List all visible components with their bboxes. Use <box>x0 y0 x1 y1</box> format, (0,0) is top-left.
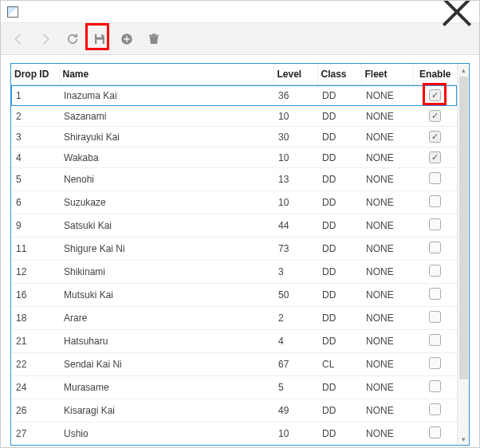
cell-enable <box>413 191 457 214</box>
enable-checkbox[interactable] <box>429 131 441 143</box>
cell-enable <box>413 147 457 168</box>
enable-checkbox[interactable] <box>429 195 441 207</box>
cell-class: DD <box>317 238 361 261</box>
cell-name: Arare <box>59 307 273 330</box>
scroll-down-button[interactable]: ▾ <box>458 433 470 445</box>
cell-enable <box>413 422 457 446</box>
cell-enable <box>413 261 457 284</box>
delete-button[interactable] <box>144 29 163 49</box>
table-row[interactable]: 21Hatsuharu4DDNONE <box>11 330 457 353</box>
table-row[interactable]: 22Sendai Kai Ni67CLNONE <box>11 353 457 376</box>
cell-fleet: NONE <box>361 261 413 284</box>
forward-button[interactable] <box>36 29 55 49</box>
svg-rect-0 <box>96 34 101 37</box>
cell-level: 67 <box>273 353 317 376</box>
cell-drop-id: 2 <box>11 106 59 127</box>
enable-checkbox[interactable] <box>429 380 441 392</box>
table-row[interactable]: 18Arare2DDNONE <box>11 307 457 330</box>
cell-level: 30 <box>273 127 317 147</box>
cell-name: Kisaragi Kai <box>59 399 273 422</box>
cell-level: 44 <box>273 214 317 238</box>
cell-name: Shirayuki Kai <box>59 127 273 147</box>
save-button[interactable] <box>90 29 109 49</box>
enable-checkbox[interactable] <box>429 151 441 163</box>
cell-fleet: NONE <box>361 353 413 376</box>
scroll-thumb[interactable] <box>459 77 468 379</box>
cell-fleet: NONE <box>361 168 413 191</box>
table-row[interactable]: 6Suzukaze10DDNONE <box>11 191 457 214</box>
cell-enable <box>413 127 457 147</box>
table-row[interactable]: 4Wakaba10DDNONE <box>11 147 457 168</box>
cell-name: Hatsuharu <box>59 330 273 353</box>
cell-fleet: NONE <box>361 106 413 127</box>
cell-level: 2 <box>273 307 317 330</box>
cell-fleet: NONE <box>361 376 413 399</box>
cell-drop-id: 22 <box>11 353 59 376</box>
cell-level: 3 <box>273 261 317 284</box>
cell-class: DD <box>317 191 361 214</box>
enable-checkbox[interactable] <box>429 89 441 101</box>
table-row[interactable]: 9Satsuki Kai44DDNONE <box>11 214 457 238</box>
table-row[interactable]: 27Ushio10DDNONE <box>11 422 457 446</box>
table-row[interactable]: 5Nenohi13DDNONE <box>11 168 457 191</box>
cell-enable <box>413 399 457 422</box>
cell-class: DD <box>317 214 361 238</box>
cell-class: DD <box>317 422 361 446</box>
close-button[interactable] <box>441 2 473 22</box>
cell-drop-id: 5 <box>11 168 59 191</box>
cell-name: Sendai Kai Ni <box>59 353 273 376</box>
cell-fleet: NONE <box>361 147 413 168</box>
cell-class: DD <box>317 284 361 307</box>
cell-name: Murasame <box>59 376 273 399</box>
enable-checkbox[interactable] <box>429 311 441 323</box>
cell-name: Nenohi <box>59 168 273 191</box>
cell-class: DD <box>317 261 361 284</box>
titlebar <box>1 1 479 23</box>
enable-checkbox[interactable] <box>429 110 441 122</box>
vertical-scrollbar[interactable]: ▴ ▾ <box>457 64 469 445</box>
cell-name: Suzukaze <box>59 191 273 214</box>
enable-checkbox[interactable] <box>429 218 441 230</box>
enable-checkbox[interactable] <box>429 403 441 415</box>
cell-fleet: NONE <box>361 238 413 261</box>
cell-name: Shigure Kai Ni <box>59 238 273 261</box>
enable-checkbox[interactable] <box>429 242 441 253</box>
cell-enable <box>413 330 457 353</box>
cell-name: Shikinami <box>59 261 273 284</box>
table-row[interactable]: 3Shirayuki Kai30DDNONE <box>11 127 457 147</box>
col-level[interactable]: Level <box>273 64 317 85</box>
col-class[interactable]: Class <box>317 64 361 85</box>
col-enable[interactable]: Enable <box>413 64 457 85</box>
col-fleet[interactable]: Fleet <box>361 64 413 85</box>
cell-level: 10 <box>273 422 317 446</box>
table-row[interactable]: 1Inazuma Kai36DDNONE <box>11 85 457 106</box>
scroll-up-button[interactable]: ▴ <box>458 64 470 76</box>
cell-drop-id: 3 <box>11 127 59 147</box>
col-drop-id[interactable]: Drop ID <box>11 64 59 85</box>
table-row[interactable]: 12Shikinami3DDNONE <box>11 261 457 284</box>
cell-fleet: NONE <box>361 284 413 307</box>
cell-class: DD <box>317 85 361 106</box>
reload-button[interactable] <box>63 29 82 49</box>
ship-table: Drop ID Name Level Class Fleet Enable 1I… <box>11 64 457 445</box>
cell-fleet: NONE <box>361 127 413 147</box>
table-row[interactable]: 11Shigure Kai Ni73DDNONE <box>11 238 457 261</box>
cell-drop-id: 6 <box>11 191 59 214</box>
back-button[interactable] <box>9 29 28 49</box>
table-row[interactable]: 24Murasame5DDNONE <box>11 376 457 399</box>
table-row[interactable]: 16Mutsuki Kai50DDNONE <box>11 284 457 307</box>
enable-checkbox[interactable] <box>429 334 441 346</box>
enable-checkbox[interactable] <box>429 357 441 369</box>
cell-class: DD <box>317 127 361 147</box>
cell-class: DD <box>317 307 361 330</box>
enable-checkbox[interactable] <box>429 288 441 300</box>
cell-drop-id: 26 <box>11 399 59 422</box>
enable-checkbox[interactable] <box>429 172 441 184</box>
table-row[interactable]: 26Kisaragi Kai49DDNONE <box>11 399 457 422</box>
cell-name: Ushio <box>59 422 273 446</box>
add-button[interactable] <box>117 29 136 49</box>
enable-checkbox[interactable] <box>429 265 441 277</box>
table-row[interactable]: 2Sazanami10DDNONE <box>11 106 457 127</box>
enable-checkbox[interactable] <box>429 426 441 438</box>
col-name[interactable]: Name <box>59 64 273 85</box>
